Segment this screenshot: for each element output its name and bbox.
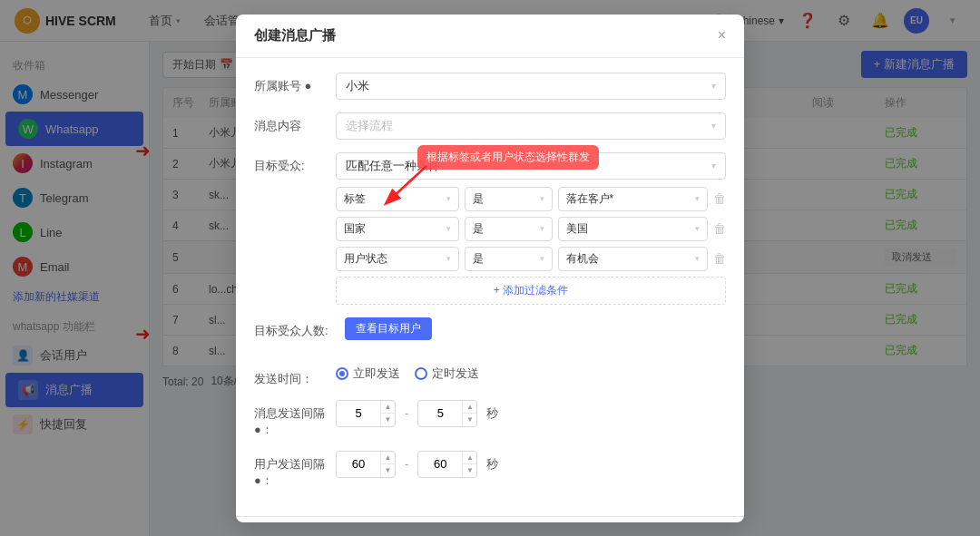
chevron-down-icon: ▾ — [446, 194, 451, 203]
view-target-button[interactable]: 查看目标用户 — [345, 317, 432, 340]
radio-scheduled[interactable]: 定时发送 — [415, 365, 479, 382]
msg-interval-row: 消息发送间隔 ●： ▲ ▼ - ▲ — [254, 400, 726, 438]
filter-field-1[interactable]: 标签 ▾ — [336, 187, 459, 211]
filter-val-2[interactable]: 美国 ▾ — [558, 217, 708, 241]
modal-body: 所属账号 ● 小米 ▾ 消息内容 选择流程 ▾ — [236, 58, 744, 516]
content-form-row: 消息内容 选择流程 ▾ — [254, 112, 726, 140]
user-interval-unit: 秒 — [486, 456, 498, 473]
filter-delete-2[interactable]: 🗑 — [713, 221, 726, 236]
modal-close-button[interactable]: × — [718, 27, 726, 44]
user-interval-control: ▲ ▼ - ▲ ▼ 秒 — [336, 451, 726, 478]
modal-footer: 取 消 确 定 — [236, 516, 744, 522]
audience-label: 目标受众: — [254, 152, 336, 174]
audience-form-row: 目标受众: 匹配任意一种条件 ▾ 标签 ▾ — [254, 152, 726, 305]
chevron-down-icon: ▾ — [711, 81, 716, 91]
user-interval-from-input[interactable] — [337, 453, 380, 474]
msg-interval-from-input[interactable] — [337, 403, 380, 424]
modal-title: 创建消息广播 — [254, 27, 336, 44]
chevron-down-icon: ▾ — [711, 161, 716, 171]
decrement-icon[interactable]: ▼ — [380, 414, 395, 426]
increment-icon[interactable]: ▲ — [462, 452, 476, 464]
msg-interval-unit: 秒 — [486, 405, 498, 422]
user-interval-from-wrap: ▲ ▼ — [336, 451, 396, 478]
filter-field-3[interactable]: 用户状态 ▾ — [336, 247, 459, 271]
filter-row-2: 国家 ▾ 是 ▾ 美国 ▾ 🗑 — [336, 217, 726, 241]
add-filter-button[interactable]: + 添加过滤条件 — [336, 277, 726, 305]
filter-delete-3[interactable]: 🗑 — [713, 251, 726, 266]
modal-header: 创建消息广播 × — [236, 15, 744, 58]
filter-op-1[interactable]: 是 ▾ — [465, 187, 553, 211]
increment-icon[interactable]: ▲ — [462, 401, 476, 414]
filter-val-3[interactable]: 有机会 ▾ — [558, 247, 708, 271]
chevron-down-icon: ▾ — [540, 194, 544, 203]
send-time-options: 立即发送 定时发送 — [336, 365, 726, 382]
msg-interval-control: ▲ ▼ - ▲ ▼ 秒 — [336, 400, 726, 427]
audience-count-label: 目标受众人数: — [254, 317, 336, 339]
account-label: 所属账号 ● — [254, 73, 336, 94]
audience-count-row: 目标受众人数: 查看目标用户 — [254, 317, 726, 353]
filter-row-1: 标签 ▾ 是 ▾ 落在客户* ▾ 🗑 — [336, 187, 726, 211]
filter-row-3: 用户状态 ▾ 是 ▾ 有机会 ▾ 🗑 — [336, 247, 726, 271]
send-time-label: 发送时间： — [254, 365, 336, 387]
msg-interval-to-input[interactable] — [418, 403, 462, 424]
user-interval-label: 用户发送间隔 ●： — [254, 451, 336, 489]
user-interval-to-input[interactable] — [418, 453, 462, 474]
filter-op-3[interactable]: 是 ▾ — [465, 247, 553, 271]
chevron-down-icon: ▾ — [446, 224, 451, 233]
increment-icon[interactable]: ▲ — [380, 452, 395, 464]
decrement-icon[interactable]: ▼ — [380, 464, 395, 477]
account-select[interactable]: 小米 ▾ — [336, 73, 726, 100]
target-box: 匹配任意一种条件 ▾ 标签 ▾ 是 ▾ — [336, 152, 726, 305]
user-interval-row: 用户发送间隔 ●： ▲ ▼ - ▲ — [254, 451, 726, 489]
user-interval-from-arrows: ▲ ▼ — [380, 452, 395, 477]
chevron-down-icon: ▾ — [540, 254, 544, 263]
content-label: 消息内容 — [254, 112, 336, 134]
content-select[interactable]: 选择流程 ▾ — [336, 112, 726, 140]
user-interval-to-arrows: ▲ ▼ — [462, 452, 476, 477]
chevron-down-icon: ▾ — [446, 254, 451, 263]
chevron-down-icon: ▾ — [540, 224, 544, 233]
modal-create-broadcast: 创建消息广播 × 所属账号 ● 小米 ▾ 消息内容 选择 — [236, 15, 744, 522]
msg-interval-from-wrap: ▲ ▼ — [336, 400, 396, 427]
filter-delete-1[interactable]: 🗑 — [713, 191, 726, 206]
match-type-select[interactable]: 匹配任意一种条件 ▾ — [336, 152, 726, 180]
radio-immediate[interactable]: 立即发送 — [336, 365, 400, 382]
decrement-icon[interactable]: ▼ — [462, 414, 476, 426]
radio-dot-immediate — [336, 367, 348, 380]
msg-interval-to-wrap: ▲ ▼ — [417, 400, 477, 427]
msg-interval-from-arrows: ▲ ▼ — [380, 401, 395, 426]
filter-field-2[interactable]: 国家 ▾ — [336, 217, 459, 241]
filter-op-2[interactable]: 是 ▾ — [465, 217, 553, 241]
send-time-row: 发送时间： 立即发送 定时发送 — [254, 365, 726, 387]
user-interval-to-wrap: ▲ ▼ — [417, 451, 477, 478]
account-form-row: 所属账号 ● 小米 ▾ — [254, 73, 726, 100]
chevron-down-icon: ▾ — [695, 254, 700, 263]
decrement-icon[interactable]: ▼ — [462, 464, 476, 477]
chevron-down-icon: ▾ — [695, 224, 700, 233]
modal-overlay: 根据标签或者用户状态选择性群发 创建消息广播 × 所属账号 ● 小米 ▾ — [0, 0, 980, 536]
msg-interval-to-arrows: ▲ ▼ — [462, 401, 476, 426]
radio-dot-scheduled — [415, 367, 427, 380]
audience-count-area: 查看目标用户 — [336, 317, 726, 340]
chevron-down-icon: ▾ — [711, 121, 716, 131]
filter-val-1[interactable]: 落在客户* ▾ — [558, 187, 708, 211]
chevron-down-icon: ▾ — [695, 194, 700, 203]
msg-interval-label: 消息发送间隔 ●： — [254, 400, 336, 438]
increment-icon[interactable]: ▲ — [380, 401, 395, 414]
